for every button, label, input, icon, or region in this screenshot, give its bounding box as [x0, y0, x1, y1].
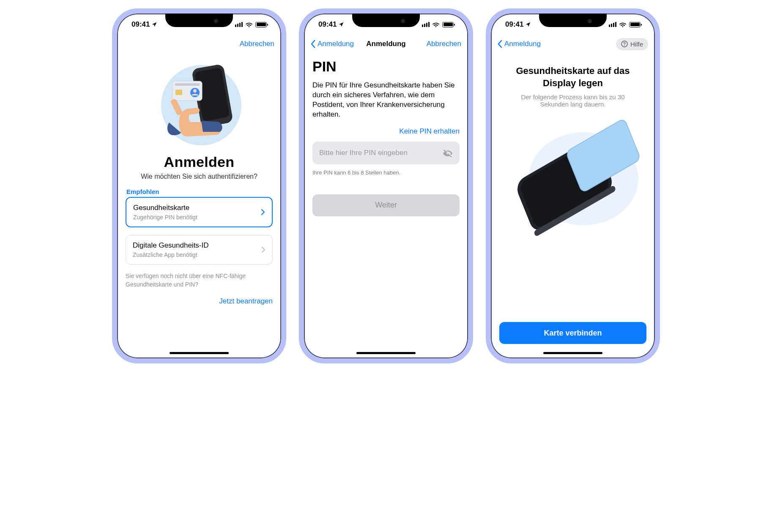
- battery-icon: [629, 22, 641, 27]
- page-heading: Gesundheitskarte auf das Display legen: [504, 65, 641, 89]
- svg-rect-4: [175, 83, 200, 86]
- phone-frame-2: 09:41 Anmeldung Anmeldung Abbrechen PIN …: [299, 8, 473, 363]
- connect-card-button[interactable]: Karte verbinden: [499, 322, 646, 344]
- chevron-right-icon: [261, 246, 266, 253]
- back-button[interactable]: Anmeldung: [498, 40, 541, 48]
- footnote: Sie verfügen noch nicht über eine NFC-fä…: [126, 272, 273, 289]
- battery-icon: [255, 22, 267, 27]
- notch: [165, 14, 233, 27]
- question-icon: [621, 41, 628, 47]
- apply-now-link[interactable]: Jetzt beantragen: [126, 297, 273, 306]
- phone-frame-3: 09:41 Anmeldung Hilfe Gesundhei: [486, 8, 660, 363]
- svg-rect-7: [175, 90, 182, 95]
- cellular-signal-icon: [609, 22, 616, 27]
- location-services-icon: [151, 22, 157, 27]
- status-time: 09:41: [318, 20, 337, 29]
- illustration-phone-card: [155, 57, 244, 145]
- cellular-signal-icon: [422, 22, 430, 27]
- home-indicator[interactable]: [356, 352, 416, 354]
- page-subtitle: Wie möchten Sie sich authentifizieren?: [126, 173, 273, 180]
- chevron-left-icon: [498, 40, 503, 48]
- cancel-button[interactable]: Abbrechen: [240, 40, 274, 48]
- help-label: Hilfe: [630, 41, 643, 48]
- status-time: 09:41: [131, 20, 150, 29]
- cancel-button[interactable]: Abbrechen: [427, 40, 461, 48]
- recommended-label: Empfohlen: [126, 188, 273, 195]
- wifi-icon: [432, 22, 440, 27]
- pin-placeholder: Bitte hier Ihre PIN eingeben: [319, 149, 408, 157]
- chevron-left-icon: [311, 40, 316, 48]
- nav-bar: Anmeldung Anmeldung Abbrechen: [305, 35, 467, 53]
- battery-icon: [442, 22, 454, 27]
- illustration-card-on-phone: [503, 115, 643, 246]
- location-services-icon: [525, 22, 531, 27]
- wifi-icon: [245, 22, 253, 27]
- pin-helper-text: Ihre PIN kann 6 bis 8 Stellen haben.: [312, 169, 460, 176]
- svg-point-6: [193, 89, 197, 93]
- next-button[interactable]: Weiter: [312, 194, 460, 216]
- notch: [352, 14, 420, 27]
- nav-bar: Anmeldung Hilfe: [492, 35, 654, 53]
- option-title: Digitale Gesundheits-ID: [133, 241, 209, 250]
- hide-password-icon[interactable]: [443, 149, 453, 157]
- pin-input[interactable]: Bitte hier Ihre PIN eingeben: [312, 142, 460, 164]
- back-label: Anmeldung: [318, 40, 354, 48]
- option-title: Gesundheitskarte: [133, 204, 197, 212]
- option-subtitle: Zugehörige PIN benötigt: [133, 214, 197, 221]
- back-label: Anmeldung: [504, 40, 541, 48]
- option-health-card[interactable]: Gesundheitskarte Zugehörige PIN benötigt: [126, 197, 273, 227]
- body-text: Die PIN für Ihre Gesundheitskarte haben …: [312, 81, 460, 120]
- option-subtitle: Zusätzliche App benötigt: [133, 251, 209, 258]
- nav-bar: Abbrechen: [118, 35, 280, 53]
- option-digital-id[interactable]: Digitale Gesundheits-ID Zusätzliche App …: [126, 235, 273, 265]
- page-title: Anmelden: [126, 154, 273, 170]
- home-indicator[interactable]: [543, 352, 602, 354]
- location-services-icon: [338, 22, 344, 27]
- chevron-right-icon: [261, 209, 265, 216]
- no-pin-link[interactable]: Keine PIN erhalten: [312, 127, 460, 136]
- help-button[interactable]: Hilfe: [616, 38, 648, 50]
- notch: [539, 14, 607, 27]
- phone-frame-1: 09:41 Abbrechen: [112, 8, 286, 363]
- wifi-icon: [619, 22, 627, 27]
- cellular-signal-icon: [235, 22, 243, 27]
- status-time: 09:41: [505, 20, 523, 29]
- home-indicator[interactable]: [170, 352, 229, 354]
- back-button[interactable]: Anmeldung: [311, 40, 354, 48]
- page-heading: PIN: [312, 58, 460, 75]
- page-subtitle: Der folgende Prozess kann bis zu 30 Seku…: [512, 93, 634, 108]
